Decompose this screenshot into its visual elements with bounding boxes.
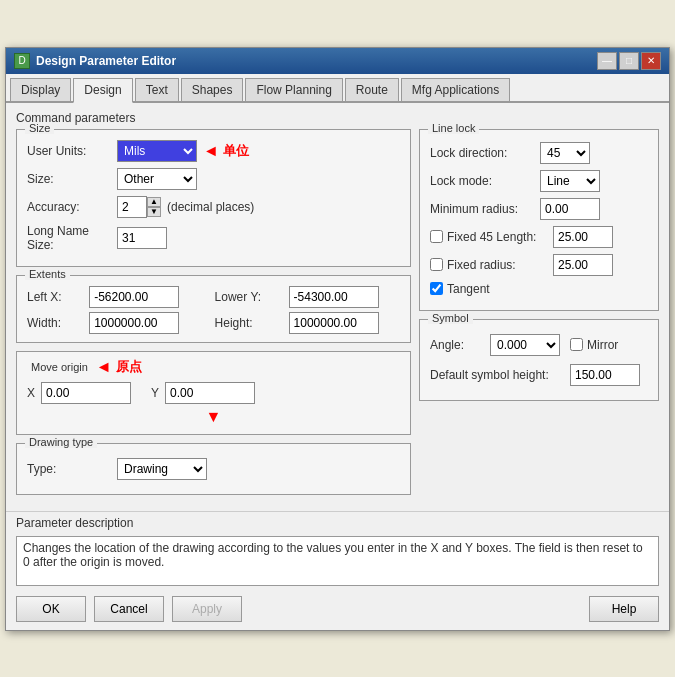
- fixed-radius-input[interactable]: [553, 254, 613, 276]
- lock-direction-label: Lock direction:: [430, 146, 540, 160]
- type-label: Type:: [27, 462, 117, 476]
- main-area: Size User Units: Mils Inches MM Microns …: [16, 129, 659, 503]
- symbol-section: Symbol Angle: 0.000 45.000 90.000 Mirror: [419, 319, 659, 401]
- description-box: Changes the location of the drawing acco…: [16, 536, 659, 586]
- width-label: Width:: [27, 316, 83, 330]
- tangent-checkbox[interactable]: [430, 282, 443, 295]
- lock-mode-label: Lock mode:: [430, 174, 540, 188]
- min-radius-row: Minimum radius:: [430, 198, 648, 220]
- arrow-right-icon: ◄: [203, 142, 219, 160]
- angle-select[interactable]: 0.000 45.000 90.000: [490, 334, 560, 356]
- bottom-area: Parameter description Changes the locati…: [6, 511, 669, 630]
- symbol-label: Symbol: [428, 312, 473, 324]
- width-input[interactable]: [89, 312, 179, 334]
- right-column: Line lock Lock direction: 45 90 Lock mod…: [419, 129, 659, 503]
- tab-shapes[interactable]: Shapes: [181, 78, 244, 101]
- line-lock-content: Lock direction: 45 90 Lock mode: Line Of…: [430, 142, 648, 296]
- accuracy-suffix: (decimal places): [167, 200, 254, 214]
- height-input[interactable]: [289, 312, 379, 334]
- extents-section: Extents Left X: Lower Y: Width: Height:: [16, 275, 411, 343]
- lower-y-label: Lower Y:: [215, 290, 283, 304]
- minimize-button[interactable]: —: [597, 52, 617, 70]
- size-section: Size User Units: Mils Inches MM Microns …: [16, 129, 411, 267]
- accuracy-row: Accuracy: ▲ ▼ (decimal places): [27, 196, 400, 218]
- height-label: Height:: [215, 316, 283, 330]
- apply-button[interactable]: Apply: [172, 596, 242, 622]
- tangent-label: Tangent: [447, 282, 490, 296]
- fixed45-checkbox[interactable]: [430, 230, 443, 243]
- default-height-row: Default symbol height:: [430, 364, 648, 386]
- default-height-input[interactable]: [570, 364, 640, 386]
- extents-label: Extents: [25, 268, 70, 280]
- titlebar: D Design Parameter Editor — □ ✕: [6, 48, 669, 74]
- default-height-label: Default symbol height:: [430, 368, 570, 382]
- down-arrow-icon: ▼: [27, 408, 400, 426]
- spinner-up[interactable]: ▲: [147, 197, 161, 207]
- tab-mfg-applications[interactable]: Mfg Applications: [401, 78, 510, 101]
- tab-bar: Display Design Text Shapes Flow Planning…: [6, 74, 669, 103]
- x-input[interactable]: [41, 382, 131, 404]
- move-origin-label: Move origin: [27, 361, 92, 373]
- tab-route[interactable]: Route: [345, 78, 399, 101]
- spinner-down[interactable]: ▼: [147, 207, 161, 217]
- arrow-left-icon: ◄: [96, 358, 112, 376]
- help-button[interactable]: Help: [589, 596, 659, 622]
- app-icon: D: [14, 53, 30, 69]
- lock-mode-select[interactable]: Line Off Point: [540, 170, 600, 192]
- fixed-radius-row: Fixed radius:: [430, 254, 648, 276]
- drawing-type-label: Drawing type: [25, 436, 97, 448]
- lower-y-input[interactable]: [289, 286, 379, 308]
- tab-content: Command parameters Size User Units: Mils…: [6, 103, 669, 511]
- angle-label: Angle:: [430, 338, 490, 352]
- y-input[interactable]: [165, 382, 255, 404]
- drawing-type-section: Drawing type Type: Drawing Board Module: [16, 443, 411, 495]
- cancel-button[interactable]: Cancel: [94, 596, 164, 622]
- long-name-row: Long Name Size:: [27, 224, 400, 252]
- tab-flow-planning[interactable]: Flow Planning: [245, 78, 342, 101]
- danwei-annotation: 单位: [223, 142, 249, 160]
- angle-row: Angle: 0.000 45.000 90.000 Mirror: [430, 334, 648, 356]
- fixed-radius-checkbox[interactable]: [430, 258, 443, 271]
- lock-mode-row: Lock mode: Line Off Point: [430, 170, 648, 192]
- button-bar: OK Cancel Apply Help: [6, 590, 669, 630]
- user-units-label: User Units:: [27, 144, 117, 158]
- lock-direction-select[interactable]: 45 90: [540, 142, 590, 164]
- window-title: Design Parameter Editor: [36, 54, 176, 68]
- maximize-button[interactable]: □: [619, 52, 639, 70]
- type-select[interactable]: Drawing Board Module: [117, 458, 207, 480]
- fixed45-row: Fixed 45 Length:: [430, 226, 648, 248]
- fixed-radius-label: Fixed radius:: [447, 258, 553, 272]
- main-buttons: OK Cancel Apply: [16, 596, 242, 622]
- move-origin-inputs: X Y: [27, 382, 400, 404]
- long-name-label: Long Name Size:: [27, 224, 117, 252]
- user-units-select[interactable]: Mils Inches MM Microns: [117, 140, 197, 162]
- symbol-content: Angle: 0.000 45.000 90.000 Mirror Defaul…: [430, 334, 648, 386]
- lock-direction-row: Lock direction: 45 90: [430, 142, 648, 164]
- ok-button[interactable]: OK: [16, 596, 86, 622]
- tab-design[interactable]: Design: [73, 78, 132, 103]
- accuracy-spinner: ▲ ▼: [147, 197, 161, 217]
- drawing-type-row: Type: Drawing Board Module: [27, 458, 400, 480]
- accuracy-label: Accuracy:: [27, 200, 117, 214]
- tab-text[interactable]: Text: [135, 78, 179, 101]
- left-column: Size User Units: Mils Inches MM Microns …: [16, 129, 411, 503]
- x-label: X: [27, 386, 35, 400]
- left-x-label: Left X:: [27, 290, 83, 304]
- line-lock-section: Line lock Lock direction: 45 90 Lock mod…: [419, 129, 659, 311]
- main-window: D Design Parameter Editor — □ ✕ Display …: [5, 47, 670, 631]
- parameter-description-heading: Parameter description: [6, 512, 669, 530]
- size-label: Size:: [27, 172, 117, 186]
- left-x-input[interactable]: [89, 286, 179, 308]
- min-radius-input[interactable]: [540, 198, 600, 220]
- x-group: X: [27, 382, 131, 404]
- size-select[interactable]: Other A B C D E: [117, 168, 197, 190]
- fixed45-input[interactable]: [553, 226, 613, 248]
- mirror-checkbox[interactable]: [570, 338, 583, 351]
- tab-display[interactable]: Display: [10, 78, 71, 101]
- y-group: Y: [151, 382, 255, 404]
- move-origin-section: Move origin ◄ 原点 X Y ▼: [16, 351, 411, 435]
- long-name-input[interactable]: [117, 227, 167, 249]
- accuracy-input[interactable]: [117, 196, 147, 218]
- close-button[interactable]: ✕: [641, 52, 661, 70]
- user-units-row: User Units: Mils Inches MM Microns ◄ 单位: [27, 140, 400, 162]
